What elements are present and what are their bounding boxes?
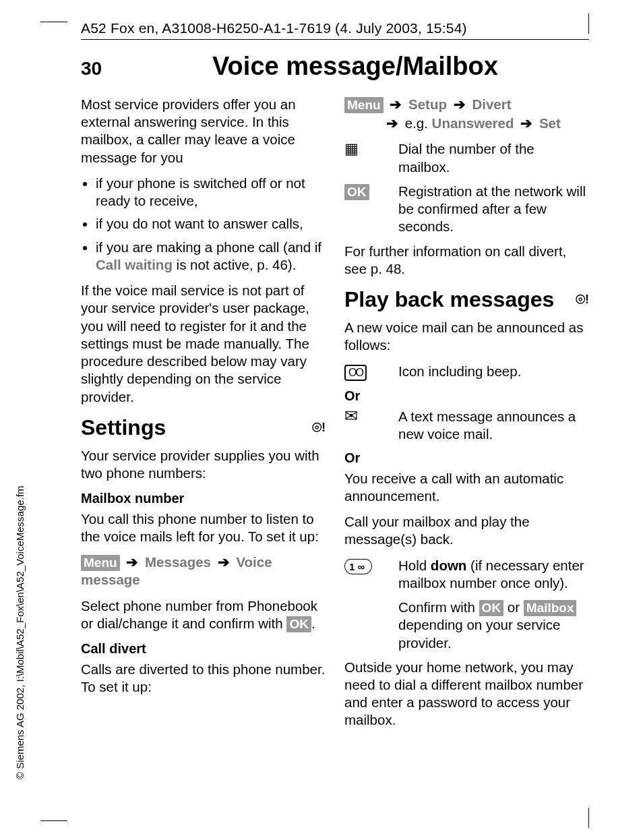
paragraph: If the voice mail service is not part of… [81, 282, 326, 406]
or-heading: Or [344, 388, 589, 405]
arrow-icon: ➔ [218, 553, 230, 571]
menu-step: Set [539, 115, 561, 131]
menu-step: Messages [145, 554, 211, 570]
mailbox-chip: Mailbox [524, 600, 577, 616]
page-number: 30 [81, 58, 121, 80]
step-text: A text message announces a new voice mai… [398, 408, 589, 443]
network-dependent-icon: ⦾! [312, 420, 326, 436]
paragraph: A new voice mail can be announced as fol… [344, 319, 589, 354]
intro-paragraph: Most service providers offer you an exte… [81, 96, 326, 167]
arrow-icon: ➔ [454, 96, 466, 113]
paragraph: Calls are diverted to this phone number.… [81, 661, 326, 696]
menu-path: Menu ➔ Setup ➔ Divert [344, 96, 589, 113]
paragraph: You call this phone number to listen to … [81, 510, 326, 545]
bold-text: down [431, 558, 467, 573]
text: or [503, 599, 524, 615]
ok-chip: OK [479, 600, 504, 616]
page-title: Voice message/Mailbox [121, 52, 589, 81]
text: e.g. [405, 115, 428, 131]
voicemail-icon: OO [344, 365, 367, 381]
arrow-icon: ➔ [386, 115, 398, 132]
step-row: ✉ A text message announces a new voice m… [344, 408, 589, 443]
text: Confirm with [398, 599, 479, 615]
menu-chip: Menu [344, 97, 384, 113]
list-item: if you are making a phone call (and if C… [96, 239, 326, 274]
paragraph: For further information on call divert, … [344, 243, 589, 278]
menu-step: Unanswered [432, 115, 514, 131]
page: © Siemens AG 2002, I:\Mobil\A52_Fox\en\A… [0, 0, 643, 840]
step-row: 1 ∞ Hold down (if necessary enter mailbo… [344, 557, 589, 592]
running-header: A52 Fox en, A31008-H6250-A1-1-7619 (4. J… [81, 20, 589, 40]
menu-step: Setup [408, 96, 447, 112]
or-heading: Or [344, 450, 589, 467]
crop-mark [588, 808, 589, 828]
key-1-icon: 1 ∞ [344, 559, 372, 574]
network-dependent-icon: ⦾! [576, 292, 589, 307]
step-text: Hold down (if necessary enter mailbox nu… [398, 557, 589, 592]
arrow-icon: ➔ [126, 553, 138, 571]
mailbox-number-heading: Mailbox number [81, 490, 326, 508]
message-icon: ✉ [344, 407, 358, 425]
play-back-heading: Play back messages ⦾! [344, 286, 589, 313]
menu-path: Menu ➔ Messages ➔ Voice message [81, 553, 326, 589]
call-waiting-label: Call waiting [96, 257, 173, 272]
text: Hold [398, 558, 431, 573]
text: depending on your service provider. [398, 617, 560, 650]
paragraph: Select phone number from Phonebook or di… [81, 597, 326, 632]
step-row: OK Registration at the network will be c… [344, 183, 589, 236]
ok-chip: OK [286, 616, 311, 632]
crop-mark [40, 22, 67, 22]
title-row: 30 Voice message/Mailbox [81, 52, 589, 81]
list-item: if you do not want to answer calls, [96, 215, 326, 233]
arrow-icon: ➔ [390, 96, 402, 113]
left-column: Most service providers offer you an exte… [81, 96, 326, 738]
heading-text: Settings [81, 414, 166, 442]
keypad-icon: ▦ [344, 142, 359, 156]
step-text: Confirm with OK or Mailbox depending on … [398, 599, 589, 652]
paragraph: Your service provider supplies you with … [81, 447, 326, 482]
call-divert-heading: Call divert [81, 640, 326, 658]
arrow-icon: ➔ [520, 115, 532, 132]
right-column: Menu ➔ Setup ➔ Divert ➔ e.g. Unanswered … [344, 96, 589, 738]
crop-mark [40, 820, 67, 821]
menu-step: Divert [472, 96, 511, 112]
paragraph: You receive a call with an automatic ann… [344, 470, 589, 505]
paragraph: Call your mailbox and play the message(s… [344, 513, 589, 548]
crop-mark [588, 13, 589, 34]
menu-chip: Menu [81, 555, 120, 571]
list-item: if your phone is switched off or not rea… [96, 175, 326, 210]
step-text: Dial the number of the mailbox. [398, 140, 589, 175]
bullet-list: if your phone is switched off or not rea… [81, 175, 326, 274]
settings-heading: Settings ⦾! [81, 414, 326, 442]
text: is not active, p. 46). [173, 257, 296, 272]
paragraph: Outside your home network, you may need … [344, 659, 589, 729]
step-row: OO Icon including beep. [344, 363, 589, 381]
menu-path-line2: ➔ e.g. Unanswered ➔ Set [344, 115, 589, 132]
copyright-vertical: © Siemens AG 2002, I:\Mobil\A52_Fox\en\A… [14, 486, 26, 779]
step-row: Confirm with OK or Mailbox depending on … [344, 599, 589, 652]
text: . [311, 616, 315, 631]
text: if you are making a phone call (and if [96, 239, 322, 255]
text: Select phone number from Phonebook or di… [81, 598, 317, 631]
step-text: Registration at the network will be conf… [398, 183, 589, 236]
step-row: ▦ Dial the number of the mailbox. [344, 140, 589, 175]
heading-text: Play back messages [344, 286, 554, 313]
step-text: Icon including beep. [398, 363, 589, 380]
content-columns: Most service providers offer you an exte… [81, 96, 589, 738]
ok-chip: OK [344, 184, 369, 200]
